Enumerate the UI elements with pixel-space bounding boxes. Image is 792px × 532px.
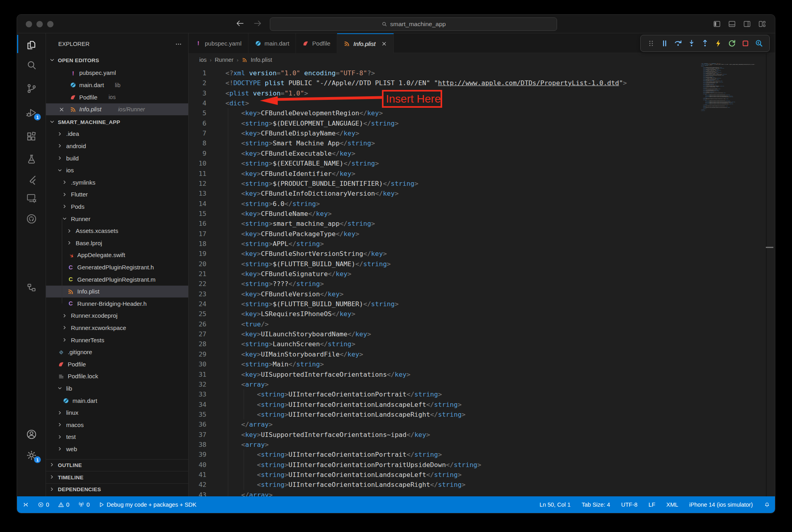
code-line[interactable]: 9 <key>CFBundleExecutable</key>: [189, 149, 775, 158]
line-number[interactable]: 21: [189, 269, 206, 279]
tree-item-Assets.xcassets[interactable]: Assets.xcassets: [46, 225, 189, 237]
zoom-button[interactable]: [47, 21, 53, 27]
status-radio-tower[interactable]: 0: [78, 501, 90, 508]
code-line[interactable]: 18 <string>APPL</string>: [189, 239, 775, 249]
code-line[interactable]: 15 <key>CFBundleName</key>: [189, 209, 775, 219]
line-number[interactable]: 43: [189, 490, 206, 496]
inspector-icon[interactable]: [754, 39, 764, 48]
status-remote[interactable]: [23, 501, 29, 508]
code-line[interactable]: 31 <key>UISupportedInterfaceOrientations…: [189, 370, 775, 379]
stop-icon[interactable]: [741, 39, 750, 48]
code-line[interactable]: 40 <string>UIInterfaceOrientationPortrai…: [189, 460, 775, 470]
line-number[interactable]: 17: [189, 229, 206, 239]
activity-extensions-icon[interactable]: [17, 126, 46, 146]
line-number[interactable]: 27: [189, 329, 206, 339]
tree-item-linux[interactable]: linux: [46, 407, 189, 419]
code-line[interactable]: 4<dict>: [189, 98, 775, 108]
code-line[interactable]: 23 <key>CFBundleVersion</key>: [189, 289, 775, 299]
tree-item-Runner-Bridging-Header.h[interactable]: CRunner-Bridging-Header.h: [46, 297, 189, 310]
line-number[interactable]: 20: [189, 259, 206, 269]
tree-item-.idea[interactable]: .idea: [46, 128, 189, 140]
code-line[interactable]: 17 <key>CFBundlePackageType</key>: [189, 229, 775, 239]
line-number[interactable]: 6: [189, 118, 206, 128]
section-timeline[interactable]: TIMELINE: [46, 471, 189, 483]
activity-files-icon[interactable]: [17, 35, 46, 55]
line-number[interactable]: 31: [189, 370, 206, 379]
tree-item-RunnerTests[interactable]: RunnerTests: [46, 334, 189, 346]
line-number[interactable]: 16: [189, 219, 206, 229]
tree-item-.gitignore[interactable]: .gitignore: [46, 346, 189, 358]
code-line[interactable]: 42 <string>UIInterfaceOrientationLandsca…: [189, 480, 775, 490]
activity-settings-gear-icon[interactable]: 1: [17, 445, 46, 465]
line-number[interactable]: 34: [189, 400, 206, 410]
code-line[interactable]: 24 <string>$(FLUTTER_BUILD_NUMBER)</stri…: [189, 299, 775, 309]
code-line[interactable]: 16 <string>smart_machine_app</string>: [189, 219, 775, 229]
line-number[interactable]: 15: [189, 209, 206, 219]
section-open-editors[interactable]: OPEN EDITORS: [46, 54, 189, 67]
code-line[interactable]: 22 <string>????</string>: [189, 279, 775, 289]
code-line[interactable]: 27 <key>UILaunchStoryboardName</key>: [189, 329, 775, 339]
line-number[interactable]: 35: [189, 410, 206, 419]
line-number[interactable]: 14: [189, 199, 206, 209]
tree-item-.symlinks[interactable]: .symlinks: [46, 176, 189, 189]
line-number[interactable]: 33: [189, 389, 206, 399]
tree-item-Flutter[interactable]: Flutter: [46, 189, 189, 201]
code-line[interactable]: 25 <key>LSRequiresIPhoneOS</key>: [189, 309, 775, 319]
line-number[interactable]: 3: [189, 88, 206, 98]
line-number[interactable]: 24: [189, 299, 206, 309]
line-number[interactable]: 11: [189, 169, 206, 179]
tree-item-GeneratedPluginRegistrant.h[interactable]: CGeneratedPluginRegistrant.h: [46, 261, 189, 273]
tree-item-GeneratedPluginRegistrant.m[interactable]: CGeneratedPluginRegistrant.m: [46, 273, 189, 286]
code-line[interactable]: 37 <key>UISupportedInterfaceOrientations…: [189, 430, 775, 440]
close-icon[interactable]: [59, 107, 65, 113]
step-over-icon[interactable]: [673, 39, 683, 48]
code-line[interactable]: 41 <string>UIInterfaceOrientationLandsca…: [189, 470, 775, 480]
minimize-button[interactable]: [36, 21, 43, 27]
line-number[interactable]: 23: [189, 289, 206, 299]
line-number[interactable]: 7: [189, 128, 206, 138]
code-line[interactable]: 12 <string>$(PRODUCT_BUNDLE_IDENTIFIER)<…: [189, 179, 775, 189]
tree-item-android[interactable]: android: [46, 140, 189, 152]
tree-item-Base.lproj[interactable]: Base.lproj: [46, 237, 189, 249]
code-line[interactable]: 35 <string>UIInterfaceOrientationLandsca…: [189, 410, 775, 419]
tree-item-Runner.xcworkspace[interactable]: Runner.xcworkspace: [46, 322, 189, 334]
code-editor[interactable]: 1<?xml version="1.0" encoding="UTF-8"?>2…: [189, 15, 775, 496]
open-editor-Podfile[interactable]: Podfileios: [46, 91, 189, 103]
sidebar-more-actions-icon[interactable]: [175, 40, 182, 48]
line-number[interactable]: 42: [189, 480, 206, 490]
open-editor-main.dart[interactable]: main.dartlib: [46, 79, 189, 91]
activity-devtools-icon[interactable]: [17, 188, 46, 208]
activity-flutter-icon[interactable]: [17, 170, 46, 190]
code-line[interactable]: 32 <array>: [189, 379, 775, 389]
code-line[interactable]: 11 <key>CFBundleIdentifier</key>: [189, 169, 775, 179]
tree-item-main.dart[interactable]: main.dart: [46, 395, 189, 407]
line-number[interactable]: 40: [189, 460, 206, 470]
status-right-item[interactable]: UTF-8: [621, 501, 637, 508]
code-line[interactable]: 13 <key>CFBundleInfoDictionaryVersion</k…: [189, 189, 775, 198]
code-line[interactable]: 10 <string>$(EXECUTABLE_NAME)</string>: [189, 158, 775, 168]
code-line[interactable]: 7 <key>CFBundleDisplayName</key>: [189, 128, 775, 138]
code-line[interactable]: 43 </array>: [189, 490, 775, 496]
tree-item-test[interactable]: test: [46, 431, 189, 443]
activity-hierarchy-icon[interactable]: [17, 278, 46, 297]
status-warning-triangle[interactable]: 0: [58, 501, 69, 508]
restart-icon[interactable]: [727, 39, 737, 48]
code-line[interactable]: 26 <true/>: [189, 319, 775, 329]
step-into-icon[interactable]: [687, 39, 696, 48]
status-right-item[interactable]: Ln 50, Col 1: [540, 501, 571, 508]
line-number[interactable]: 37: [189, 430, 206, 440]
tree-item-ios[interactable]: ios: [46, 164, 189, 177]
code-line[interactable]: 5 <key>CFBundleDevelopmentRegion</key>: [189, 108, 775, 118]
activity-github-icon[interactable]: [17, 209, 46, 229]
tree-item-Podfile[interactable]: Podfile: [46, 358, 189, 370]
activity-search-icon[interactable]: [17, 55, 46, 75]
code-line[interactable]: 8 <string>Smart Machine App</string>: [189, 138, 775, 148]
tree-item-AppDelegate.swift[interactable]: AppDelegate.swift: [46, 249, 189, 261]
pause-icon[interactable]: [660, 39, 669, 48]
code-line[interactable]: 21 <key>CFBundleSignature</key>: [189, 269, 775, 279]
open-editor-Info.plist[interactable]: Info.plistios/Runner: [46, 103, 189, 116]
code-line[interactable]: 19 <key>CFBundleShortVersionString</key>: [189, 249, 775, 259]
code-line[interactable]: 30 <string>Main</string>: [189, 359, 775, 369]
line-number[interactable]: 38: [189, 440, 206, 450]
status-right-item[interactable]: iPhone 14 (ios simulator): [689, 501, 753, 508]
